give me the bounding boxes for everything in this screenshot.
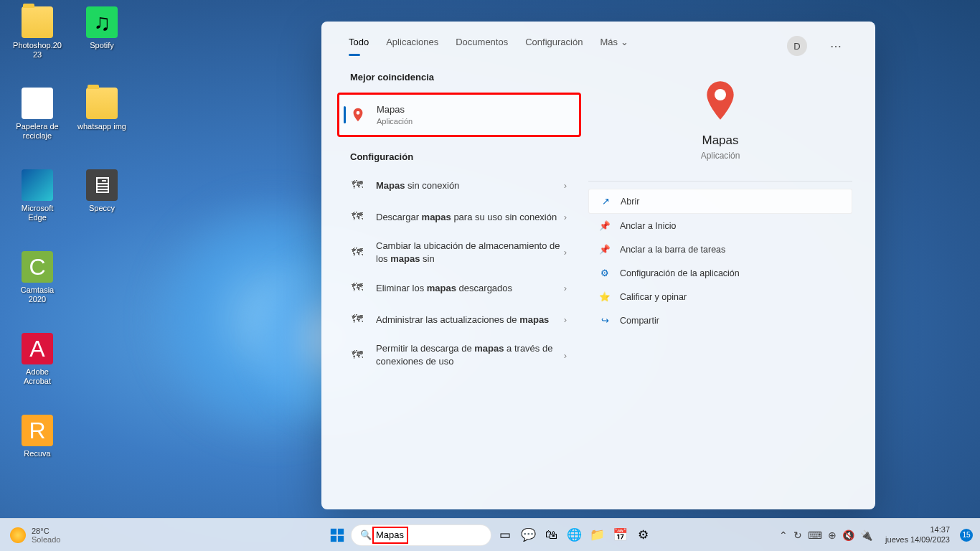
- search-input[interactable]: [376, 529, 496, 540]
- desktop-icon-edge[interactable]: Microsoft Edge: [9, 166, 66, 225]
- chevron-down-icon: ⌄: [621, 37, 628, 47]
- result-text: Eliminar los mapas descargados: [376, 282, 561, 295]
- edge-icon: [22, 169, 53, 201]
- task-view-button[interactable]: ▭: [496, 526, 514, 545]
- camtasia-icon: C: [22, 251, 53, 283]
- action-calificar-y-opinar[interactable]: ⭐Calificar y opinar: [588, 285, 852, 309]
- preview-actions: ↗Abrir📌Anclar a Inicio📌Anclar a la barra…: [588, 181, 852, 332]
- action-icon: ⭐: [598, 291, 611, 302]
- svg-rect-3: [338, 528, 344, 534]
- taskbar-center: 🔍 ▭ 💬 🛍 🌐 📁 📅 ⚙: [328, 524, 652, 546]
- volume-icon[interactable]: 🔇: [842, 529, 854, 541]
- taskbar-search[interactable]: 🔍: [351, 524, 491, 546]
- maps-icon: [349, 106, 367, 123]
- map-settings-icon: 🗺: [349, 311, 366, 328]
- action-configuración-de-la-aplicación[interactable]: ⚙Configuración de la aplicación: [588, 261, 852, 285]
- tab-mas[interactable]: Más ⌄: [600, 37, 628, 56]
- desktop-icon-photoshop[interactable]: Photoshop.2023: [9, 4, 66, 62]
- chevron-up-icon[interactable]: ⌃: [779, 529, 788, 541]
- result-text: Mapas sin conexión: [376, 179, 561, 192]
- action-icon: ↪: [598, 315, 611, 326]
- app-preview: Mapas Aplicación: [588, 63, 852, 171]
- spotify-icon: ♫: [86, 6, 118, 38]
- config-result-item[interactable]: 🗺 Administrar las actualizaciones de map…: [337, 303, 581, 335]
- panel-more-button[interactable]: ⋯: [824, 37, 848, 56]
- store-button[interactable]: 🛍: [542, 526, 560, 545]
- result-title: Mapas: [377, 103, 569, 116]
- chat-button[interactable]: 💬: [519, 526, 537, 545]
- acrobat-icon: A: [22, 333, 53, 364]
- sync-icon[interactable]: ↻: [793, 529, 802, 541]
- action-icon: ↗: [599, 196, 612, 207]
- action-icon: ⚙: [598, 268, 611, 278]
- svg-rect-5: [338, 535, 344, 541]
- tab-documentos[interactable]: Documentos: [456, 37, 508, 56]
- result-text: Descargar mapas para su uso sin conexión: [376, 211, 561, 224]
- desktop-icon-spotify[interactable]: ♫Spotify: [73, 4, 131, 53]
- desktop-icon-acrobat[interactable]: AAdobe Acrobat: [9, 330, 66, 389]
- config-result-item[interactable]: 🗺 Mapas sin conexión ›: [337, 169, 581, 201]
- result-text: Permitir la descarga de mapas a través d…: [376, 342, 561, 367]
- settings-button[interactable]: ⚙: [633, 526, 652, 545]
- preview-column: Mapas Aplicación ↗Abrir📌Anclar a Inicio📌…: [581, 63, 859, 495]
- action-abrir[interactable]: ↗Abrir: [588, 189, 852, 214]
- explorer-button[interactable]: 📁: [588, 526, 606, 545]
- action-label: Anclar a la barra de tareas: [620, 245, 725, 255]
- icon-label: Recuva: [11, 449, 63, 458]
- action-label: Configuración de la aplicación: [620, 268, 740, 278]
- map-settings-icon: 🗺: [349, 279, 366, 296]
- desktop-icon-recycle[interactable]: ♻Papelera de reciclaje: [9, 85, 66, 143]
- tab-aplicaciones[interactable]: Aplicaciones: [386, 37, 438, 56]
- tab-configuracion[interactable]: Configuración: [525, 37, 583, 56]
- search-icon: 🔍: [360, 529, 372, 540]
- preview-title: Mapas: [588, 133, 852, 148]
- action-anclar-a-la-barra-de-tareas[interactable]: 📌Anclar a la barra de tareas: [588, 237, 852, 261]
- network-icon[interactable]: ⊕: [828, 529, 837, 541]
- keyboard-icon[interactable]: ⌨: [808, 529, 822, 541]
- best-match-header: Mejor coincidencia: [337, 63, 581, 90]
- edge-taskbar-icon[interactable]: 🌐: [565, 526, 583, 545]
- icon-label: Adobe Acrobat: [11, 367, 63, 386]
- weather-temp: 28°C: [32, 527, 60, 535]
- weather-widget[interactable]: 28°C Soleado: [0, 527, 70, 544]
- svg-point-0: [357, 111, 360, 115]
- icon-label: Microsoft Edge: [11, 204, 63, 222]
- folder-icon: [22, 6, 53, 38]
- map-settings-icon: 🗺: [349, 208, 366, 225]
- tab-todo[interactable]: Todo: [349, 37, 369, 56]
- best-match-result[interactable]: Mapas Aplicación: [337, 93, 581, 137]
- config-result-item[interactable]: 🗺 Descargar mapas para su uso sin conexi…: [337, 201, 581, 232]
- desktop-icon-speccy[interactable]: 🖥Speccy: [73, 166, 131, 216]
- system-tray[interactable]: ⌃ ↻ ⌨ ⊕ 🔇 🔌: [773, 529, 878, 541]
- clock-date: jueves 14/09/2023: [885, 535, 950, 545]
- desktop-icon-recuva[interactable]: RRecuva: [9, 412, 66, 461]
- svg-rect-4: [331, 535, 336, 541]
- sun-icon: [10, 527, 26, 543]
- battery-icon[interactable]: 🔌: [860, 529, 872, 541]
- action-anclar-a-inicio[interactable]: 📌Anclar a Inicio: [588, 214, 852, 237]
- desktop-icon-camtasia[interactable]: CCamtasia 2020: [9, 248, 66, 307]
- config-result-item[interactable]: 🗺 Permitir la descarga de mapas a través…: [337, 335, 581, 375]
- chevron-right-icon: ›: [561, 283, 570, 293]
- result-subtitle: Aplicación: [377, 116, 569, 127]
- recuva-icon: R: [22, 415, 53, 446]
- preview-subtitle: Aplicación: [588, 151, 852, 161]
- map-settings-icon: 🗺: [349, 176, 366, 194]
- calendar-button[interactable]: 📅: [611, 526, 629, 545]
- user-avatar[interactable]: D: [787, 36, 807, 56]
- icon-label: Speccy: [76, 204, 128, 213]
- notification-badge[interactable]: 15: [960, 529, 973, 542]
- config-result-item[interactable]: 🗺 Cambiar la ubicación de almacenamiento…: [337, 232, 581, 272]
- start-button[interactable]: [328, 526, 347, 545]
- action-compartir[interactable]: ↪Compartir: [588, 309, 852, 332]
- results-column: Mejor coincidencia Mapas Aplicación Conf…: [337, 63, 581, 495]
- chevron-right-icon: ›: [561, 314, 570, 325]
- taskbar-clock[interactable]: 14:37 jueves 14/09/2023: [881, 525, 954, 544]
- config-result-item[interactable]: 🗺 Eliminar los mapas descargados ›: [337, 272, 581, 303]
- taskbar-right: ⌃ ↻ ⌨ ⊕ 🔇 🔌 14:37 jueves 14/09/2023 15: [773, 525, 980, 544]
- desktop-icon-whatsapp[interactable]: whatsapp img: [73, 85, 131, 134]
- recycle-icon: ♻: [22, 88, 53, 119]
- chevron-right-icon: ›: [561, 350, 570, 361]
- icon-label: Camtasia 2020: [11, 286, 63, 304]
- search-results-panel: Todo Aplicaciones Documentos Configuraci…: [321, 22, 875, 509]
